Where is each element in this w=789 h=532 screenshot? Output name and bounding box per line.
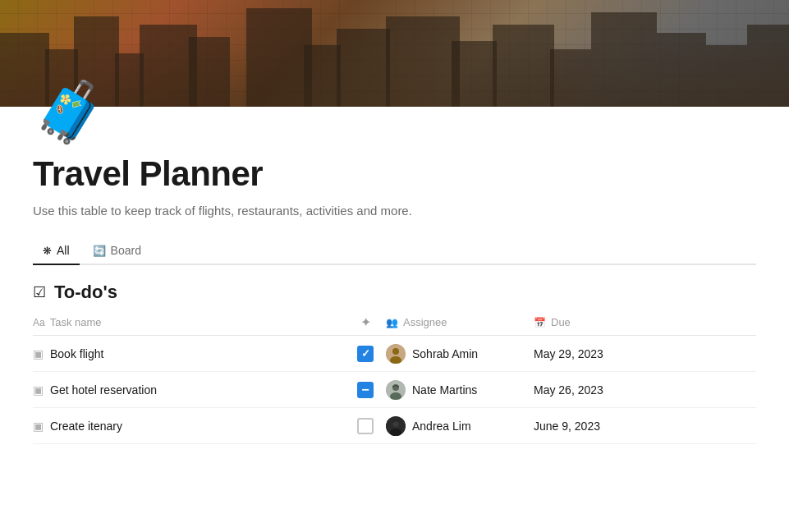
page-description: Use this table to keep track of flights,…: [33, 204, 756, 218]
due-cell-1: May 29, 2023: [534, 347, 665, 360]
task-name-3[interactable]: Create itenary: [50, 420, 122, 433]
tab-board-icon: 🔄: [93, 245, 106, 257]
tab-all[interactable]: ❋ All: [33, 237, 80, 265]
check-cell-1[interactable]: [345, 346, 386, 362]
task-type-icon-2: ▣: [33, 383, 44, 397]
check-cell-3[interactable]: [345, 418, 386, 434]
table-row: ▣ Create itenary Andrea Lim J: [33, 408, 756, 444]
assignee-col-label: Assignee: [403, 316, 447, 328]
tab-all-label: All: [57, 244, 70, 257]
assignee-cell-3: Andrea Lim: [386, 416, 534, 436]
checkbox-2[interactable]: [357, 382, 374, 398]
table-row: ▣ Book flight Sohrab Amin May 29, 2023: [33, 336, 756, 372]
task-col-icon: Aa: [33, 317, 45, 328]
task-col-label: Task name: [50, 316, 102, 328]
tabs-bar: ❋ All 🔄 Board: [33, 237, 756, 265]
task-name-1[interactable]: Book flight: [50, 347, 103, 360]
check-cell-2[interactable]: [345, 382, 386, 398]
avatar-2: [386, 380, 406, 400]
avatar-1: [386, 344, 406, 364]
checkbox-3[interactable]: [357, 418, 374, 434]
col-header-check: ✦: [345, 314, 386, 330]
section-header: ☑ To-do's: [33, 265, 756, 310]
col-header-due: 📅 Due: [534, 316, 665, 328]
due-cell-2: May 26, 2023: [534, 383, 665, 397]
task-cell-2: ▣ Get hotel reservation: [33, 383, 345, 397]
page-title: Travel Planner: [33, 154, 756, 194]
tab-board[interactable]: 🔄 Board: [83, 237, 151, 265]
assignee-cell-2: Nate Martins: [386, 380, 534, 400]
task-type-icon-3: ▣: [33, 420, 44, 433]
tab-all-icon: ❋: [43, 245, 52, 257]
assignee-name-1: Sohrab Amin: [412, 347, 478, 360]
luggage-icon: 🧳: [33, 82, 756, 141]
table-row: ▣ Get hotel reservation Nate Martins May…: [33, 372, 756, 408]
tab-board-label: Board: [111, 244, 141, 257]
assignee-col-icon: 👥: [386, 317, 398, 328]
task-cell-3: ▣ Create itenary: [33, 420, 345, 433]
assignee-name-3: Andrea Lim: [412, 420, 471, 433]
checkbox-1[interactable]: [357, 346, 374, 362]
task-table: Aa Task name ✦ 👥 Assignee 📅 Due ▣ Book f…: [33, 310, 756, 444]
page-icon-area: 🧳: [33, 82, 756, 141]
avatar-3: [386, 416, 406, 436]
col-header-task: Aa Task name: [33, 316, 345, 328]
table-header: Aa Task name ✦ 👥 Assignee 📅 Due: [33, 310, 756, 336]
due-col-label: Due: [551, 316, 571, 328]
assignee-cell-1: Sohrab Amin: [386, 344, 534, 364]
task-name-2[interactable]: Get hotel reservation: [50, 383, 157, 397]
assignee-name-2: Nate Martins: [412, 383, 477, 397]
task-cell-1: ▣ Book flight: [33, 347, 345, 360]
task-type-icon-1: ▣: [33, 347, 44, 360]
due-col-icon: 📅: [534, 317, 546, 328]
due-cell-3: June 9, 2023: [534, 420, 665, 433]
page-content: 🧳 Travel Planner Use this table to keep …: [0, 82, 789, 477]
section-icon: ☑: [33, 283, 46, 301]
section-title: To-do's: [54, 282, 117, 303]
svg-point-1: [392, 348, 399, 355]
col-header-assignee: 👥 Assignee: [386, 316, 534, 328]
